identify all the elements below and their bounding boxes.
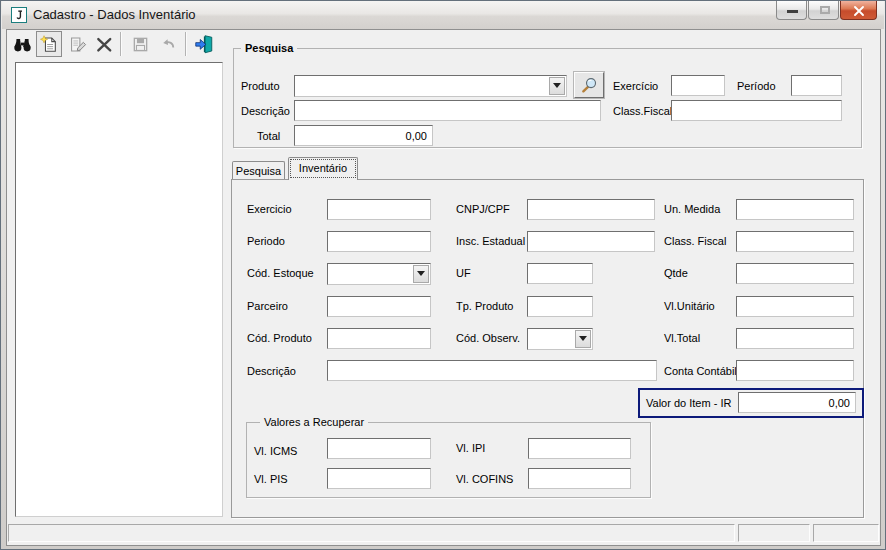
magnifier-icon xyxy=(580,76,598,94)
descricao-field[interactable] xyxy=(327,360,657,381)
cod-observ-label: Cód. Observ. xyxy=(456,332,520,344)
undo-button xyxy=(155,31,181,57)
periodo-search-field[interactable] xyxy=(791,75,842,96)
recover-values-legend: Valores a Recuperar xyxy=(260,416,368,428)
valor-item-ir-label: Valor do Item - IR xyxy=(646,397,731,409)
un-medida-label: Un. Medida xyxy=(664,203,720,215)
close-x-icon xyxy=(853,5,865,17)
conta-contabil-label: Conta Contábil xyxy=(664,365,737,377)
descricao-search-label: Descrição xyxy=(241,105,290,117)
periodo-field[interactable] xyxy=(327,231,431,252)
total-label: Total xyxy=(257,130,280,142)
uf-field[interactable] xyxy=(527,263,593,284)
status-bar xyxy=(7,522,880,544)
total-field[interactable] xyxy=(294,125,433,146)
chevron-down-icon xyxy=(579,336,587,341)
save-button xyxy=(127,31,153,57)
new-button[interactable] xyxy=(36,31,62,57)
descricao-search-field[interactable] xyxy=(294,100,601,121)
vl-cofins-field[interactable] xyxy=(528,468,631,489)
edit-document-icon xyxy=(68,35,87,54)
chevron-down-icon xyxy=(553,83,561,88)
tp-produto-label: Tp. Produto xyxy=(456,300,513,312)
periodo-search-label: Período xyxy=(737,80,776,92)
save-disk-icon xyxy=(131,35,150,54)
status-panel-2 xyxy=(813,524,879,542)
cnpj-cpf-label: CNPJ/CPF xyxy=(456,203,510,215)
status-panel-1 xyxy=(738,524,810,542)
un-medida-field[interactable] xyxy=(736,199,854,220)
vl-total-label: Vl.Total xyxy=(664,332,700,344)
cod-produto-field[interactable] xyxy=(327,328,431,349)
conta-contabil-field[interactable] xyxy=(736,360,854,381)
tab-pesquisa[interactable]: Pesquisa xyxy=(232,161,285,179)
insc-estadual-field[interactable] xyxy=(527,231,655,252)
cod-estoque-dropdown-button[interactable] xyxy=(413,265,429,283)
minimize-button[interactable] xyxy=(776,1,807,20)
app-icon xyxy=(11,7,27,23)
cod-observ-combobox[interactable] xyxy=(527,328,593,350)
minimize-icon xyxy=(787,10,798,13)
tp-produto-field[interactable] xyxy=(527,296,593,317)
cod-estoque-combobox[interactable] xyxy=(327,263,431,285)
search-group-legend: Pesquisa xyxy=(241,42,297,54)
title-bar[interactable]: Cadastro - Dados Inventário xyxy=(2,1,884,29)
class-fiscal-label: Class. Fiscal xyxy=(664,235,726,247)
parceiro-label: Parceiro xyxy=(247,300,288,312)
maximize-icon xyxy=(820,6,830,14)
cod-estoque-combo-input[interactable] xyxy=(329,265,412,283)
close-button[interactable] xyxy=(840,1,877,20)
status-panel-main xyxy=(8,524,735,542)
binoculars-icon xyxy=(13,35,32,54)
valor-item-ir-field[interactable] xyxy=(738,392,856,413)
records-list[interactable] xyxy=(15,62,223,517)
vl-icms-label: Vl. ICMS xyxy=(254,445,297,457)
produto-combobox[interactable] xyxy=(294,75,567,97)
uf-label: UF xyxy=(456,267,471,279)
vl-unitario-label: Vl.Unitário xyxy=(664,300,715,312)
cod-produto-label: Cód. Produto xyxy=(247,332,312,344)
cod-observ-combo-input[interactable] xyxy=(529,330,574,348)
cod-observ-dropdown-button[interactable] xyxy=(575,330,591,348)
periodo-label: Periodo xyxy=(247,235,285,247)
vl-total-field[interactable] xyxy=(736,328,854,349)
delete-x-icon xyxy=(95,35,114,54)
maximize-button[interactable] xyxy=(808,1,839,20)
tab-inventario[interactable]: Inventário xyxy=(288,157,358,180)
vl-pis-field[interactable] xyxy=(327,468,431,489)
new-document-icon xyxy=(40,35,59,54)
exercicio-label: Exercicio xyxy=(247,203,292,215)
insc-estadual-label: Insc. Estadual xyxy=(456,235,525,247)
produto-combo-input[interactable] xyxy=(296,77,548,95)
qtde-label: Qtde xyxy=(664,267,688,279)
exit-button[interactable] xyxy=(191,31,217,57)
find-button[interactable] xyxy=(9,31,35,57)
chevron-down-icon xyxy=(417,271,425,276)
vl-ipi-field[interactable] xyxy=(528,438,631,459)
class-fiscal-search-field[interactable] xyxy=(671,100,842,121)
parceiro-field[interactable] xyxy=(327,296,431,317)
undo-arrow-icon xyxy=(159,35,178,54)
edit-button xyxy=(64,31,90,57)
exercicio-search-field[interactable] xyxy=(671,75,725,96)
toolbar-separator xyxy=(185,32,187,56)
exercicio-search-label: Exercício xyxy=(613,80,658,92)
vl-ipi-label: Vl. IPI xyxy=(456,442,485,454)
exit-door-icon xyxy=(194,34,214,54)
vl-icms-field[interactable] xyxy=(327,438,431,459)
vl-pis-label: Vl. PIS xyxy=(254,473,288,485)
window-cadastro-dados-inventario: Cadastro - Dados Inventário xyxy=(0,0,886,550)
class-fiscal-search-label: Class.Fiscal xyxy=(613,105,672,117)
exercicio-field[interactable] xyxy=(327,199,431,220)
delete-button[interactable] xyxy=(91,31,117,57)
descricao-label: Descrição xyxy=(247,365,296,377)
qtde-field[interactable] xyxy=(736,263,854,284)
class-fiscal-field[interactable] xyxy=(736,231,854,252)
cnpj-cpf-field[interactable] xyxy=(527,199,655,220)
vl-unitario-field[interactable] xyxy=(736,296,854,317)
produto-label: Produto xyxy=(241,80,280,92)
search-magnifier-button[interactable] xyxy=(574,72,604,98)
produto-dropdown-button[interactable] xyxy=(549,77,565,95)
toolbar-separator xyxy=(120,32,122,56)
cod-estoque-label: Cód. Estoque xyxy=(247,267,314,279)
